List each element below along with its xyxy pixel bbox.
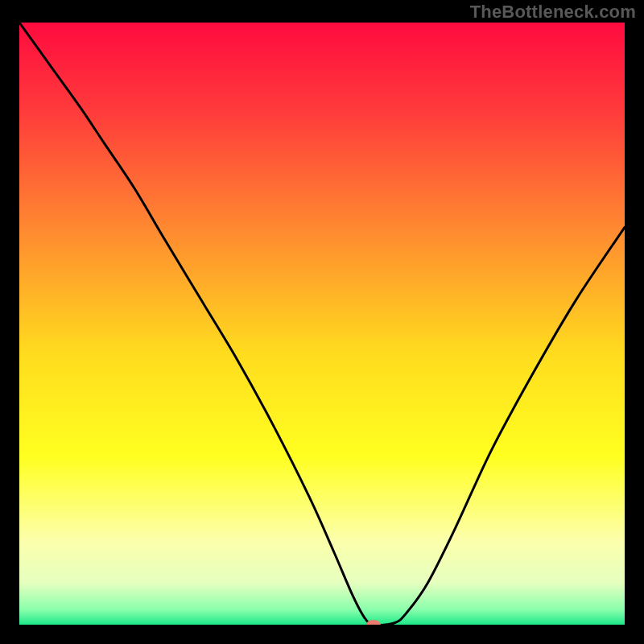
watermark-text: TheBottleneck.com <box>470 2 636 23</box>
bottleneck-chart <box>19 23 625 625</box>
chart-frame: TheBottleneck.com <box>0 0 644 644</box>
plot-area <box>19 23 625 625</box>
gradient-background <box>19 23 625 625</box>
